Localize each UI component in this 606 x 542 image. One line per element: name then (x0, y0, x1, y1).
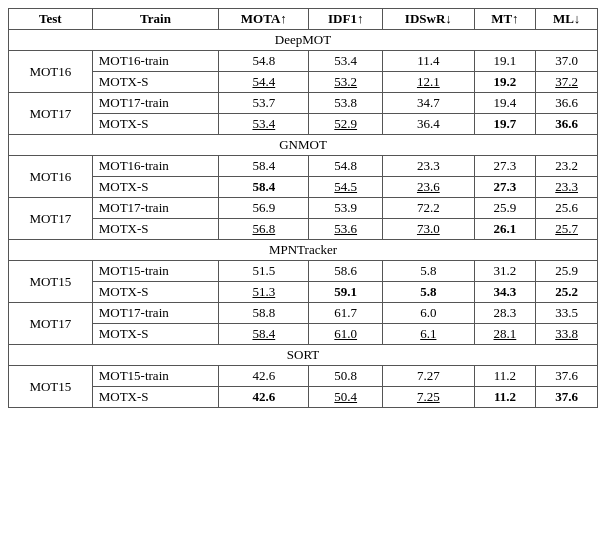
data-cell: 72.2 (383, 198, 474, 219)
data-cell: 37.2 (536, 72, 598, 93)
data-cell: 59.1 (309, 282, 383, 303)
data-cell: 37.6 (536, 387, 598, 408)
table-row: MOT17MOT17-train58.861.76.028.333.5 (9, 303, 598, 324)
data-cell: 36.6 (536, 114, 598, 135)
table-row: MOT16MOT16-train54.853.411.419.137.0 (9, 51, 598, 72)
test-cell: MOT15 (9, 366, 93, 408)
data-cell: 36.4 (383, 114, 474, 135)
data-cell: 28.3 (474, 303, 536, 324)
data-cell: 58.8 (219, 303, 309, 324)
table-row: MOTX-S54.453.212.119.237.2 (9, 72, 598, 93)
col-mota: MOTA↑ (219, 9, 309, 30)
train-cell: MOTX-S (92, 282, 219, 303)
data-cell: 51.3 (219, 282, 309, 303)
data-cell: 19.1 (474, 51, 536, 72)
data-cell: 7.27 (383, 366, 474, 387)
data-cell: 33.8 (536, 324, 598, 345)
train-cell: MOTX-S (92, 324, 219, 345)
data-cell: 54.8 (219, 51, 309, 72)
col-train: Train (92, 9, 219, 30)
data-cell: 19.4 (474, 93, 536, 114)
data-cell: 58.4 (219, 156, 309, 177)
data-cell: 11.4 (383, 51, 474, 72)
data-cell: 53.7 (219, 93, 309, 114)
section-header-3: SORT (9, 345, 598, 366)
data-cell: 61.0 (309, 324, 383, 345)
data-cell: 6.0 (383, 303, 474, 324)
data-cell: 23.3 (383, 156, 474, 177)
table-row: MOTX-S56.853.673.026.125.7 (9, 219, 598, 240)
data-cell: 12.1 (383, 72, 474, 93)
data-cell: 58.4 (219, 324, 309, 345)
table-row: MOT16MOT16-train58.454.823.327.323.2 (9, 156, 598, 177)
data-cell: 7.25 (383, 387, 474, 408)
data-cell: 23.3 (536, 177, 598, 198)
train-cell: MOTX-S (92, 177, 219, 198)
section-header-1: GNMOT (9, 135, 598, 156)
table-row: MOT17MOT17-train53.753.834.719.436.6 (9, 93, 598, 114)
data-cell: 54.8 (309, 156, 383, 177)
table-row: MOTX-S51.359.15.834.325.2 (9, 282, 598, 303)
data-cell: 53.2 (309, 72, 383, 93)
test-cell: MOT16 (9, 156, 93, 198)
data-cell: 58.4 (219, 177, 309, 198)
data-cell: 58.6 (309, 261, 383, 282)
data-cell: 53.8 (309, 93, 383, 114)
header-row: Test Train MOTA↑ IDF1↑ IDSwR↓ MT↑ ML↓ (9, 9, 598, 30)
data-cell: 34.3 (474, 282, 536, 303)
data-cell: 19.2 (474, 72, 536, 93)
data-cell: 27.3 (474, 156, 536, 177)
data-cell: 6.1 (383, 324, 474, 345)
data-cell: 34.7 (383, 93, 474, 114)
train-cell: MOTX-S (92, 387, 219, 408)
data-cell: 28.1 (474, 324, 536, 345)
data-cell: 56.9 (219, 198, 309, 219)
test-cell: MOT16 (9, 51, 93, 93)
data-cell: 11.2 (474, 366, 536, 387)
data-cell: 54.4 (219, 72, 309, 93)
data-cell: 19.7 (474, 114, 536, 135)
results-table: Test Train MOTA↑ IDF1↑ IDSwR↓ MT↑ ML↓ De… (8, 8, 598, 408)
data-cell: 25.7 (536, 219, 598, 240)
data-cell: 50.8 (309, 366, 383, 387)
train-cell: MOTX-S (92, 72, 219, 93)
train-cell: MOT15-train (92, 366, 219, 387)
data-cell: 42.6 (219, 387, 309, 408)
data-cell: 5.8 (383, 282, 474, 303)
data-cell: 53.4 (219, 114, 309, 135)
data-cell: 25.9 (474, 198, 536, 219)
table-row: MOTX-S53.452.936.419.736.6 (9, 114, 598, 135)
data-cell: 23.2 (536, 156, 598, 177)
col-test: Test (9, 9, 93, 30)
train-cell: MOT16-train (92, 156, 219, 177)
data-cell: 51.5 (219, 261, 309, 282)
data-cell: 52.9 (309, 114, 383, 135)
test-cell: MOT17 (9, 93, 93, 135)
test-cell: MOT17 (9, 303, 93, 345)
data-cell: 25.2 (536, 282, 598, 303)
data-cell: 23.6 (383, 177, 474, 198)
data-cell: 11.2 (474, 387, 536, 408)
train-cell: MOT16-train (92, 51, 219, 72)
data-cell: 53.6 (309, 219, 383, 240)
data-cell: 37.0 (536, 51, 598, 72)
col-idswr: IDSwR↓ (383, 9, 474, 30)
col-idf1: IDF1↑ (309, 9, 383, 30)
data-cell: 54.5 (309, 177, 383, 198)
data-cell: 50.4 (309, 387, 383, 408)
table-row: MOTX-S42.650.47.2511.237.6 (9, 387, 598, 408)
train-cell: MOT17-train (92, 303, 219, 324)
train-cell: MOT17-train (92, 198, 219, 219)
data-cell: 26.1 (474, 219, 536, 240)
data-cell: 56.8 (219, 219, 309, 240)
section-header-2: MPNTracker (9, 240, 598, 261)
train-cell: MOTX-S (92, 114, 219, 135)
col-ml: ML↓ (536, 9, 598, 30)
table-row: MOTX-S58.454.523.627.323.3 (9, 177, 598, 198)
data-cell: 33.5 (536, 303, 598, 324)
test-cell: MOT15 (9, 261, 93, 303)
data-cell: 37.6 (536, 366, 598, 387)
train-cell: MOT15-train (92, 261, 219, 282)
train-cell: MOT17-train (92, 93, 219, 114)
table-row: MOT17MOT17-train56.953.972.225.925.6 (9, 198, 598, 219)
